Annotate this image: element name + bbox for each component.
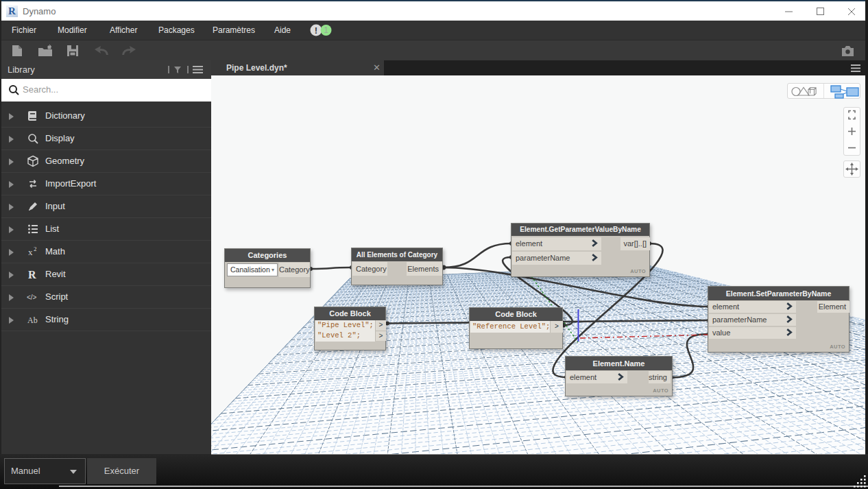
svg-text:2: 2 xyxy=(34,246,37,252)
svg-text:Ab: Ab xyxy=(27,315,38,325)
svg-text:R: R xyxy=(28,269,36,281)
svg-text:1: 1 xyxy=(324,25,328,35)
svg-text:!: ! xyxy=(315,25,317,36)
svg-text:x: x xyxy=(28,247,33,257)
svg-text:</>: </> xyxy=(27,294,37,301)
